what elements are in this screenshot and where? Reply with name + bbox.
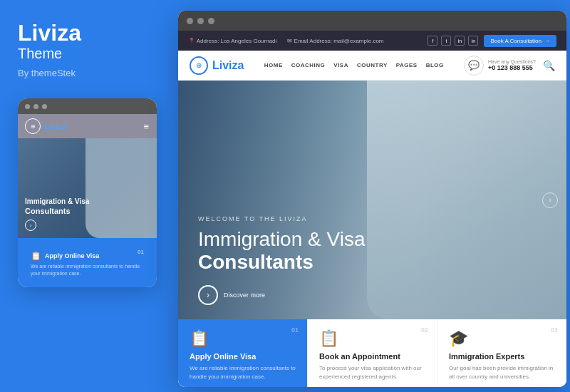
card-number-2: 02 bbox=[421, 326, 428, 334]
site-logo-icon: ⊕ bbox=[190, 56, 208, 75]
nav-blog[interactable]: BLOG bbox=[426, 62, 444, 68]
nav-contact-info: Have any Questions? +0 123 888 555 bbox=[488, 59, 536, 71]
left-panel: Liviza Theme By themeStek ⊕ Liviza ≡ bbox=[0, 0, 171, 392]
card-number-1: 01 bbox=[291, 326, 299, 334]
facebook-icon[interactable]: f bbox=[428, 36, 437, 46]
card-desc-1: We are reliable immigration consultants … bbox=[190, 364, 296, 381]
main-dot-2 bbox=[197, 18, 204, 24]
site-topbar-left: 📍 Address: Los Angeles Gournadi ✉ Email … bbox=[188, 38, 384, 44]
book-consultation-button[interactable]: Book A Consultation → bbox=[484, 35, 556, 47]
mobile-cta-button[interactable]: › bbox=[25, 220, 36, 231]
hero-next-arrow[interactable]: › bbox=[542, 192, 558, 208]
mobile-dot-2 bbox=[33, 104, 38, 109]
brand-subtitle: Theme bbox=[18, 46, 153, 62]
main-dot-1 bbox=[187, 18, 193, 24]
visa-icon: 📋 bbox=[190, 329, 296, 348]
site-logo-text: Liviza bbox=[212, 59, 244, 72]
nav-contact: 💬 Have any Questions? +0 123 888 555 bbox=[464, 56, 536, 76]
site-topbar-right: f t in in Book A Consultation → bbox=[428, 35, 556, 47]
mobile-card-number: 01 bbox=[138, 249, 144, 255]
card-title-1: Apply Online Visa bbox=[190, 352, 296, 361]
main-dot-3 bbox=[208, 18, 214, 24]
site-logo: ⊕ Liviza bbox=[190, 56, 244, 75]
cards-section: 01 📋 Apply Online Visa We are reliable i… bbox=[178, 319, 566, 387]
phone-icon: 💬 bbox=[464, 56, 484, 76]
mobile-mockup: ⊕ Liviza ≡ Immigration & Visa Consultant… bbox=[18, 98, 157, 287]
mobile-dot-3 bbox=[42, 104, 47, 109]
mobile-logo-text: Liviza bbox=[44, 122, 66, 130]
social-icons: f t in in bbox=[428, 36, 478, 46]
main-mockup: 📍 Address: Los Angeles Gournadi ✉ Email … bbox=[178, 11, 566, 387]
mobile-hero-text: Immigration & Visa Consultants › bbox=[25, 197, 150, 231]
nav-home[interactable]: HOME bbox=[264, 62, 283, 68]
search-icon[interactable]: 🔍 bbox=[543, 60, 555, 71]
card-desc-2: To process your visa application with ou… bbox=[319, 364, 425, 381]
mobile-logo: ⊕ Liviza bbox=[25, 118, 66, 134]
feature-card-3: 03 🎓 Immigration Experts Our goal has be… bbox=[437, 319, 566, 387]
mobile-logo-icon: ⊕ bbox=[25, 118, 41, 134]
nav-links: HOME COACHING VISA COUNTRY PAGES BLOG bbox=[264, 62, 444, 68]
hero-title: Immigration & Visa Consultants bbox=[198, 228, 546, 274]
hero-content: WELCOME TO THE LIVIZA Immigration & Visa… bbox=[178, 201, 566, 319]
mobile-card-section: 01 📋 Apply Online Visa We are reliable i… bbox=[18, 238, 157, 287]
address-label: 📍 Address: Los Angeles Gournadi bbox=[188, 38, 276, 44]
cta-button[interactable]: › bbox=[198, 285, 218, 305]
mobile-card-desc: We are reliable immigration consultants … bbox=[31, 263, 144, 277]
card-title-2: Book an Appointment bbox=[319, 352, 425, 361]
mobile-top-bar bbox=[18, 98, 157, 114]
mobile-header: ⊕ Liviza ≡ bbox=[18, 114, 157, 138]
card-number-3: 03 bbox=[551, 326, 558, 334]
nav-visa[interactable]: VISA bbox=[333, 62, 348, 68]
appointment-icon: 📋 bbox=[319, 329, 425, 348]
twitter-icon[interactable]: t bbox=[441, 36, 451, 46]
mobile-card-icon: 📋 bbox=[31, 251, 41, 261]
linkedin-icon[interactable]: in bbox=[455, 36, 465, 46]
mobile-card-title: 📋 Apply Online Visa bbox=[31, 251, 144, 261]
main-top-bar bbox=[178, 11, 566, 31]
mobile-dot-1 bbox=[25, 104, 30, 109]
linkedin2-icon[interactable]: in bbox=[468, 36, 478, 46]
feature-card-2: 02 📋 Book an Appointment To process your… bbox=[308, 319, 437, 387]
hamburger-icon[interactable]: ≡ bbox=[143, 121, 150, 132]
brand-by: By themeStek bbox=[18, 68, 153, 78]
email-label: ✉ Email Address: mail@example.com bbox=[287, 38, 383, 44]
hero-cta: › Discover more bbox=[198, 285, 546, 305]
card-desc-3: Our goal has been provide immigration in… bbox=[449, 364, 555, 381]
nav-pages[interactable]: PAGES bbox=[396, 62, 418, 68]
nav-right: 💬 Have any Questions? +0 123 888 555 🔍 bbox=[464, 56, 555, 76]
mobile-hero: Immigration & Visa Consultants › bbox=[18, 138, 157, 238]
brand-name: Liviza bbox=[18, 21, 153, 44]
experts-icon: 🎓 bbox=[449, 329, 555, 348]
site-topbar: 📍 Address: Los Angeles Gournadi ✉ Email … bbox=[178, 31, 566, 51]
hero-eyebrow: WELCOME TO THE LIVIZA bbox=[198, 215, 546, 222]
nav-coaching[interactable]: COACHING bbox=[291, 62, 326, 68]
cta-text: Discover more bbox=[224, 292, 265, 299]
feature-card-1: 01 📋 Apply Online Visa We are reliable i… bbox=[178, 319, 308, 387]
nav-country[interactable]: COUNTRY bbox=[357, 62, 388, 68]
site-navbar: ⊕ Liviza HOME COACHING VISA COUNTRY PAGE… bbox=[178, 51, 566, 81]
mobile-feature-card: 01 📋 Apply Online Visa We are reliable i… bbox=[25, 245, 150, 283]
card-title-3: Immigration Experts bbox=[449, 352, 555, 361]
hero-section: WELCOME TO THE LIVIZA Immigration & Visa… bbox=[178, 81, 566, 319]
